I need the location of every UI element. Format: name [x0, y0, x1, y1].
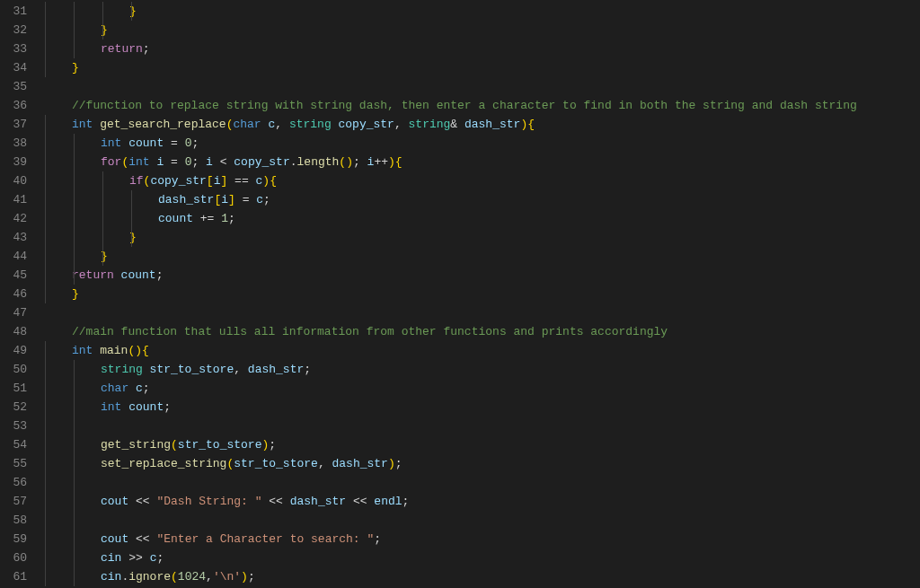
line-number: 33	[9, 39, 27, 58]
code-line[interactable]: int count;	[43, 398, 920, 417]
code-line[interactable]: string str_to_store, dash_str;	[43, 360, 920, 379]
code-line[interactable]: }	[43, 247, 920, 266]
code-line[interactable]: for(int i = 0; i < copy_str.length(); i+…	[43, 153, 920, 171]
token-number: 1024	[178, 570, 206, 584]
code-line[interactable]	[43, 77, 920, 96]
line-number: 46	[9, 285, 27, 303]
indent-guide	[74, 492, 75, 511]
line-number: 44	[9, 247, 27, 266]
code-line[interactable]	[43, 303, 920, 322]
token-brace: {	[270, 174, 277, 188]
code-line[interactable]: //main function that ulls all informatio…	[43, 322, 920, 341]
line-number: 50	[9, 360, 27, 379]
line-number: 52	[9, 398, 27, 417]
code-line[interactable]: set_replace_string(str_to_store, dash_st…	[43, 454, 920, 473]
indent-guide	[45, 228, 46, 247]
token-brace: )	[262, 174, 270, 188]
indent-guide	[131, 2, 132, 21]
token-type: int	[72, 344, 100, 357]
indent-guide	[74, 2, 75, 21]
line-number: 41	[9, 190, 27, 209]
token-punct: ,	[318, 457, 332, 470]
token-punct: ;	[304, 363, 311, 376]
code-line[interactable]: cin.ignore(1024,'\n');	[43, 567, 920, 586]
code-line[interactable]: }	[43, 58, 920, 77]
token-type: int	[101, 400, 128, 414]
code-line[interactable]: return;	[43, 39, 920, 58]
token-punct: ,	[394, 118, 409, 131]
token-func: get_string	[101, 438, 171, 452]
token-punct: ;	[191, 136, 199, 150]
code-line[interactable]: get_string(str_to_store);	[43, 435, 920, 454]
indent-guide	[74, 511, 75, 530]
code-line[interactable]: //function to replace string with string…	[43, 96, 920, 115]
indent-guide	[74, 360, 75, 379]
token-punct: ;	[248, 570, 255, 584]
token-brace: )	[241, 570, 248, 584]
token-funcdef: get_search_replace	[100, 118, 226, 131]
code-line[interactable]: if(copy_str[i] == c){	[43, 171, 920, 190]
token-var: dash_str	[332, 457, 387, 470]
token-punct: ;	[143, 42, 150, 56]
indent-guide	[45, 379, 46, 398]
indent-guide	[74, 21, 75, 39]
token-brace: (	[171, 438, 178, 452]
token-var: copy_str	[234, 155, 289, 169]
token-punct: ;	[156, 268, 164, 282]
token-punct: ,	[206, 570, 213, 584]
indent-guide	[45, 511, 46, 530]
token-brace: {	[395, 155, 402, 169]
token-var: dash_str	[158, 193, 214, 206]
code-line[interactable]: char c;	[43, 379, 920, 398]
code-line[interactable]: count += 1;	[43, 209, 920, 228]
code-line[interactable]: dash_str[i] = c;	[43, 190, 920, 209]
token-brace: [	[207, 174, 214, 188]
code-line[interactable]: int get_search_replace(char c, string co…	[43, 115, 920, 134]
code-line[interactable]	[43, 473, 920, 492]
token-op: =	[164, 155, 184, 169]
code-line[interactable]: }	[43, 228, 920, 247]
code-line[interactable]: }	[43, 2, 920, 21]
token-brace: ]	[228, 193, 235, 206]
code-editor[interactable]: 3132333435363738394041424344454647484950…	[0, 0, 920, 588]
line-number: 31	[9, 2, 27, 21]
token-var: count	[128, 136, 164, 150]
token-var: cout	[101, 495, 128, 508]
token-comment: //function to replace string with string…	[72, 99, 857, 112]
code-line[interactable]	[43, 417, 920, 435]
indent-guide	[45, 549, 46, 567]
token-func: ignore	[128, 570, 171, 584]
code-content-area[interactable]: }}return;}//function to replace string w…	[41, 2, 920, 588]
token-var: dash_str	[248, 363, 304, 376]
code-line[interactable]: return count;	[43, 266, 920, 285]
token-brace: )	[388, 457, 395, 470]
token-punct: ;	[269, 438, 276, 452]
code-line[interactable]: int main(){	[43, 341, 920, 360]
token-brace: ()	[128, 344, 142, 357]
indent-guide	[74, 209, 75, 228]
code-line[interactable]: cin >> c;	[43, 549, 920, 567]
token-punct: ;	[191, 155, 206, 169]
indent-guide	[74, 530, 75, 549]
code-line[interactable]: int count = 0;	[43, 134, 920, 153]
token-op: =	[164, 136, 184, 150]
token-punct: &	[450, 118, 464, 131]
indent-guide	[74, 171, 75, 190]
token-brace: (	[171, 570, 178, 584]
code-line[interactable]: }	[43, 21, 920, 39]
token-punct: ;	[228, 212, 235, 225]
code-line[interactable]: cout << "Enter a Character to search: ";	[43, 530, 920, 549]
code-line[interactable]	[43, 511, 920, 530]
code-line[interactable]: cout << "Dash String: " << dash_str << e…	[43, 492, 920, 511]
indent-guide	[45, 435, 46, 454]
indent-guide	[45, 398, 46, 417]
indent-guide	[45, 247, 46, 266]
token-var: str_to_store	[150, 363, 234, 376]
code-line[interactable]: }	[43, 285, 920, 303]
token-var: cin	[101, 551, 121, 565]
indent-guide	[102, 2, 103, 21]
token-charlit: '\n'	[213, 570, 241, 584]
indent-guide	[74, 473, 75, 492]
token-var: cin	[101, 570, 121, 584]
token-punct: ,	[275, 118, 289, 131]
